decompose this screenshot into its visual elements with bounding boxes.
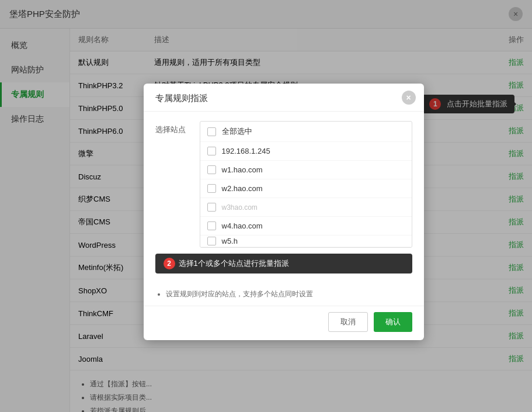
tooltip-2-text: 选择1个或多个站点进行批量指派 [179, 258, 289, 269]
site-list-container[interactable]: 全部选中 192.168.1.245 w1.hao.com w2.ha [200, 121, 412, 248]
site-list-item-0[interactable]: 192.168.1.245 [200, 142, 412, 161]
site-list-item-1[interactable]: w1.hao.com [200, 161, 412, 179]
dialog-actions: 取消 确认 [144, 306, 424, 340]
site-label-4: w4.hao.com [222, 221, 263, 230]
site-checkbox-1[interactable] [207, 165, 216, 174]
site-label-all: 全部选中 [222, 126, 252, 137]
confirm-button[interactable]: 确认 [374, 312, 412, 332]
site-list-item-2[interactable]: w2.hao.com [200, 179, 412, 198]
dialog: 专属规则指派 × 选择站点 全部选中 192.168.1.245 [144, 84, 424, 340]
dialog-note-0: 设置规则到对应的站点，支持多个站点同时设置 [166, 289, 412, 299]
site-select-label: 选择站点 [155, 121, 190, 248]
site-checkbox-all[interactable] [207, 127, 216, 136]
site-list-item-3[interactable]: w3hao.com [200, 198, 412, 217]
tooltip-2: 2 选择1个或多个站点进行批量指派 [155, 254, 412, 273]
tooltip-2-number: 2 [164, 258, 175, 269]
cancel-button[interactable]: 取消 [328, 312, 368, 332]
dialog-body: 选择站点 全部选中 192.168.1.245 w1.hao.com [144, 112, 424, 283]
dialog-overlay: 专属规则指派 × 选择站点 全部选中 192.168.1.245 [0, 0, 532, 412]
dialog-notes: 设置规则到对应的站点，支持多个站点同时设置 [144, 283, 424, 306]
site-checkbox-4[interactable] [207, 221, 216, 230]
site-label-2: w2.hao.com [222, 184, 263, 193]
site-checkbox-5[interactable] [207, 237, 216, 245]
dialog-header: 专属规则指派 [144, 84, 424, 112]
site-checkbox-3[interactable] [207, 203, 216, 212]
dialog-title: 专属规则指派 [155, 93, 208, 103]
site-select-row: 选择站点 全部选中 192.168.1.245 w1.hao.com [155, 121, 412, 248]
site-label-0: 192.168.1.245 [222, 147, 270, 155]
main-window: 堡塔PHP安全防护 × 概览 网站防护 专属规则 操作日志 规则名称 描述 操作 [0, 0, 532, 412]
site-label-1: w1.hao.com [222, 165, 263, 174]
site-checkbox-2[interactable] [207, 184, 216, 193]
site-checkbox-0[interactable] [207, 147, 216, 155]
site-label-5: w5.h [222, 237, 238, 245]
site-list-item-all[interactable]: 全部选中 [200, 122, 412, 142]
site-list-item-4[interactable]: w4.hao.com [200, 217, 412, 236]
site-list-item-5[interactable]: w5.h [200, 236, 412, 247]
site-label-3: w3hao.com [222, 203, 258, 212]
dialog-close-button[interactable]: × [402, 91, 416, 105]
